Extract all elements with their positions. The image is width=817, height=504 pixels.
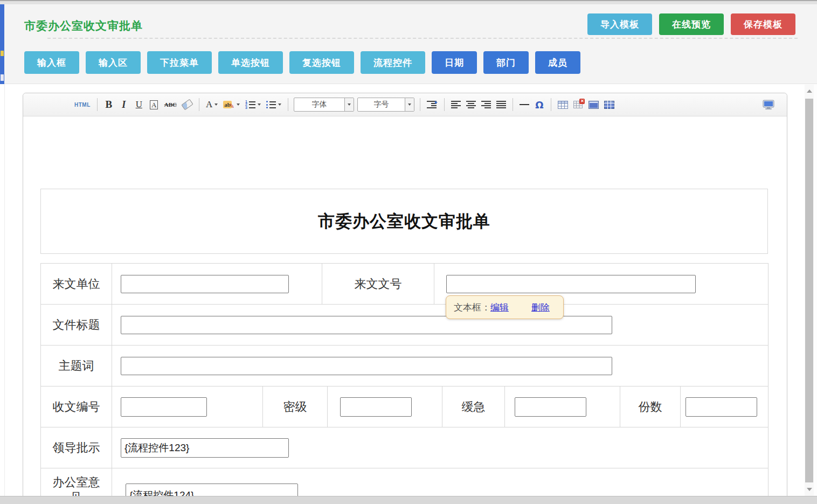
font-family-label: 字体 bbox=[294, 100, 344, 109]
add-department-button[interactable]: 部门 bbox=[483, 51, 529, 74]
font-color-icon: A bbox=[206, 99, 212, 110]
widget-button-row: 输入框 输入区 下拉菜单 单选按钮 复选按钮 流程控件 日期 部门 成员 bbox=[24, 51, 580, 74]
font-size-dropdown-button[interactable] bbox=[405, 98, 414, 111]
delete-link[interactable]: 删除 bbox=[531, 301, 550, 314]
vertical-scrollbar[interactable] bbox=[805, 85, 814, 496]
online-preview-button[interactable]: 在线预览 bbox=[659, 13, 724, 35]
left-divider bbox=[4, 84, 5, 496]
font-family-dropdown-button[interactable] bbox=[344, 98, 354, 111]
toolbar-separator bbox=[199, 98, 199, 111]
keywords-cell bbox=[112, 346, 768, 386]
copies-label: 份数 bbox=[620, 386, 681, 427]
justify-button[interactable] bbox=[495, 97, 508, 112]
align-center-button[interactable] bbox=[465, 97, 477, 112]
italic-button[interactable]: I bbox=[117, 97, 130, 112]
special-char-button[interactable]: Ω bbox=[533, 97, 546, 112]
doc-title-cell bbox=[112, 305, 768, 346]
remove-format-button[interactable] bbox=[181, 97, 194, 112]
add-radio-button[interactable]: 单选按钮 bbox=[218, 51, 283, 74]
eraser-icon bbox=[181, 99, 193, 111]
table-row: 收文编号 密级 缓急 份数 bbox=[41, 386, 768, 427]
table-icon bbox=[558, 101, 568, 109]
underline-icon: U bbox=[136, 99, 142, 110]
font-size-label: 字号 bbox=[358, 100, 405, 109]
align-right-button[interactable] bbox=[480, 97, 493, 112]
receipt-number-input[interactable] bbox=[121, 397, 207, 417]
editor-toolbar: HTML B I U A ABC A ab✎ 123 bbox=[23, 93, 787, 116]
add-date-button[interactable]: 日期 bbox=[432, 51, 477, 74]
underline-button[interactable]: U bbox=[133, 97, 146, 112]
font-color-button[interactable]: A bbox=[204, 97, 219, 112]
table-properties-button[interactable] bbox=[587, 97, 600, 112]
toolbar-separator bbox=[288, 98, 288, 111]
fullscreen-button[interactable] bbox=[761, 97, 776, 112]
source-unit-input[interactable] bbox=[121, 275, 289, 293]
keywords-label: 主题词 bbox=[41, 346, 112, 386]
scrollbar-thumb[interactable] bbox=[805, 99, 813, 482]
secrecy-cell bbox=[328, 386, 442, 427]
html-icon: HTML bbox=[74, 102, 91, 108]
form-title: 市委办公室收文审批单 bbox=[318, 210, 490, 233]
indent-button[interactable] bbox=[425, 97, 439, 112]
widget-tooltip: 文本框： 编辑 删除 bbox=[446, 295, 564, 319]
secrecy-input[interactable] bbox=[340, 397, 412, 417]
leader-note-input[interactable] bbox=[121, 438, 289, 458]
add-textarea-button[interactable]: 输入区 bbox=[86, 51, 141, 74]
import-template-button[interactable]: 导入模板 bbox=[587, 13, 652, 35]
highlight-color-button[interactable]: ab✎ bbox=[221, 97, 241, 112]
strikethrough-button[interactable]: ABC bbox=[163, 97, 178, 112]
save-template-button[interactable]: 保存模板 bbox=[731, 13, 795, 35]
add-dropdown-button[interactable]: 下拉菜单 bbox=[147, 51, 212, 74]
keywords-input[interactable] bbox=[121, 357, 612, 375]
dashed-separator bbox=[47, 38, 798, 39]
scroll-up-arrow-icon[interactable] bbox=[805, 86, 814, 96]
edit-link[interactable]: 编辑 bbox=[490, 301, 509, 314]
urgency-input[interactable] bbox=[515, 397, 586, 417]
table-row: 主题词 bbox=[41, 346, 768, 386]
receipt-number-cell bbox=[112, 386, 263, 427]
add-checkbox-button[interactable]: 复选按钮 bbox=[289, 51, 354, 74]
doc-number-input[interactable] bbox=[446, 275, 696, 293]
omega-icon: Ω bbox=[535, 99, 543, 111]
leader-note-label: 领导批示 bbox=[41, 427, 112, 468]
align-left-button[interactable] bbox=[449, 97, 462, 112]
toolbar-separator bbox=[420, 98, 420, 111]
delete-table-button[interactable]: ✕ bbox=[572, 97, 585, 112]
page-header: 市委办公室收文审批单 导入模板 在线预览 保存模板 输入框 输入区 下拉菜单 单… bbox=[4, 4, 817, 84]
bold-icon: B bbox=[105, 99, 112, 111]
chevron-down-icon bbox=[237, 103, 240, 106]
font-style-button[interactable]: A bbox=[148, 97, 161, 112]
horizontal-rule-button[interactable] bbox=[518, 97, 531, 112]
horizontal-rule-icon bbox=[520, 104, 529, 105]
table-row: 文件标题 bbox=[41, 305, 768, 346]
add-input-box-button[interactable]: 输入框 bbox=[24, 51, 79, 74]
font-size-select[interactable]: 字号 bbox=[357, 98, 414, 112]
align-right-icon bbox=[481, 101, 491, 108]
indent-icon bbox=[427, 101, 438, 108]
bold-button[interactable]: B bbox=[102, 97, 115, 112]
add-member-button[interactable]: 成员 bbox=[535, 51, 580, 74]
window-top-edge bbox=[0, 0, 817, 4]
unordered-list-button[interactable] bbox=[265, 97, 283, 112]
add-flow-control-button[interactable]: 流程控件 bbox=[361, 51, 425, 74]
toolbar-separator bbox=[551, 98, 551, 111]
doc-number-label: 来文文号 bbox=[322, 264, 434, 305]
office-opinion-input[interactable] bbox=[126, 484, 298, 496]
source-code-button[interactable]: HTML bbox=[73, 97, 92, 112]
insert-table-button[interactable] bbox=[556, 97, 570, 112]
widget-type-label: 文本框： bbox=[454, 301, 490, 314]
scroll-down-arrow-icon[interactable] bbox=[805, 484, 814, 495]
copies-input[interactable] bbox=[686, 397, 757, 417]
font-family-select[interactable]: 字体 bbox=[294, 98, 354, 112]
table-row: 来文单位 来文文号 bbox=[41, 264, 768, 305]
chevron-down-icon bbox=[278, 103, 281, 106]
editor-content[interactable]: 市委办公室收文审批单 来文单位 来文文号 文件标题 bbox=[23, 116, 787, 496]
table-row: 办公室意见 bbox=[41, 468, 768, 496]
table-properties-icon bbox=[588, 101, 599, 109]
ordered-list-button[interactable]: 123 bbox=[244, 97, 262, 112]
chevron-down-icon bbox=[348, 103, 351, 106]
main-area: HTML B I U A ABC A ab✎ 123 bbox=[0, 84, 817, 496]
align-center-icon bbox=[466, 101, 476, 108]
leader-note-cell bbox=[112, 427, 768, 468]
cell-properties-button[interactable] bbox=[603, 97, 616, 112]
